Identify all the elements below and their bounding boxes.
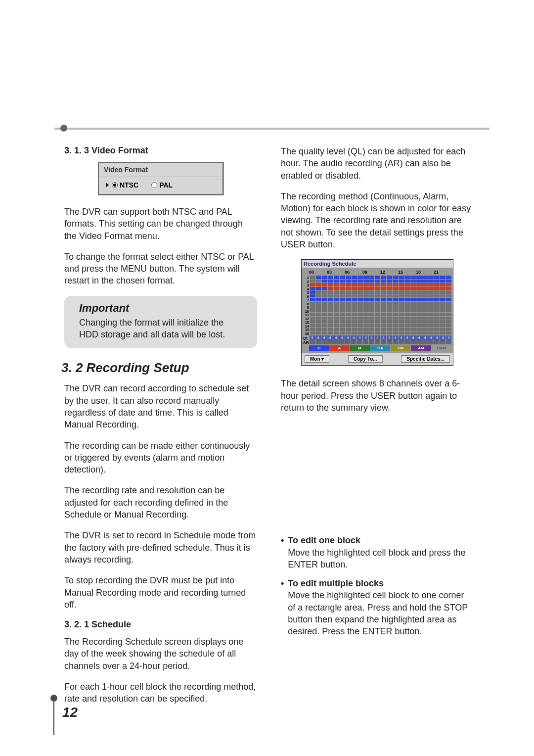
- schedule-legend: C A M CA CM AM CAM: [309, 345, 451, 351]
- radio-unselected-icon: [151, 182, 157, 188]
- legend-cm: CM: [391, 345, 410, 351]
- right-column: The quality level (QL) can be adjusted f…: [281, 145, 474, 705]
- copy-to-button[interactable]: Copy To...: [348, 355, 383, 363]
- radio-ntsc[interactable]: NTSC: [106, 181, 138, 189]
- legend-m: M: [350, 345, 370, 351]
- paragraph: The recording method (Continuous, Alarm,…: [281, 190, 474, 250]
- paragraph: The quality level (QL) can be adjusted f…: [281, 145, 474, 182]
- bullet-icon: •: [281, 534, 284, 570]
- edit-one-block-body: Move the highlighted cell block and pres…: [288, 548, 465, 569]
- paragraph: The recording can be made either continu…: [64, 440, 257, 476]
- hour-tick: 00: [309, 270, 327, 275]
- list-item: • To edit multiple blocks Move the highl…: [281, 577, 474, 637]
- edit-multi-block-title: To edit multiple blocks: [288, 578, 384, 588]
- day-dropdown[interactable]: Mon ▾: [305, 355, 329, 363]
- ar-row: AR: [303, 340, 451, 344]
- radio-ntsc-label: NTSC: [120, 181, 138, 189]
- important-note-box: Important Changing the format will initi…: [64, 296, 257, 349]
- paragraph: The recording rate and resolution can be…: [64, 484, 257, 520]
- important-note-title: Important: [79, 302, 242, 315]
- radio-selected-icon: [112, 182, 118, 188]
- heading-recording-setup: 3. 2 Recording Setup: [61, 360, 257, 376]
- left-column: 3. 1. 3 Video Format Video Format NTSC P…: [64, 145, 257, 705]
- channel-labels: 12345678910111213141516: [303, 276, 310, 335]
- two-column-layout: 3. 1. 3 Video Format Video Format NTSC P…: [64, 145, 480, 705]
- ar-label: AR: [303, 340, 309, 345]
- edit-multi-block-body: Move the highlighted cell block to one c…: [288, 590, 468, 636]
- legend-a: A: [329, 345, 349, 351]
- video-format-box: Video Format NTSC PAL: [98, 162, 223, 195]
- list-item: • To edit one block Move the highlighted…: [281, 534, 474, 570]
- paragraph: The detail screen shows 8 channels over …: [281, 378, 474, 414]
- footer-dot-icon: [50, 695, 57, 702]
- specific-dates-button[interactable]: Specific Dates...: [401, 355, 450, 363]
- heading-video-format: 3. 1. 3 Video Format: [64, 145, 257, 156]
- hour-tick: 21: [434, 270, 451, 275]
- whitespace-gap: [281, 423, 474, 534]
- paragraph: The DVR can record according to schedule…: [64, 382, 257, 430]
- hour-tick: 18: [416, 270, 434, 275]
- hour-tick: 06: [345, 270, 362, 275]
- legend-cam: CAM: [432, 345, 451, 351]
- paragraph: The DVR can support both NTSC and PAL fo…: [64, 206, 257, 242]
- page-number: 12: [62, 705, 78, 720]
- edit-instructions-list: • To edit one block Move the highlighted…: [281, 534, 474, 637]
- schedule-grid[interactable]: [310, 276, 451, 335]
- radio-pal-label: PAL: [159, 181, 173, 189]
- bullet-icon: •: [281, 577, 284, 637]
- radio-pal[interactable]: PAL: [151, 181, 173, 189]
- ql-label: QL: [303, 336, 309, 340]
- hour-tick: 03: [327, 270, 345, 275]
- hour-tick: 15: [398, 270, 416, 275]
- paragraph: The DVR is set to record in Schedule mod…: [64, 529, 257, 566]
- ar-cells: [310, 340, 451, 344]
- schedule-hour-ticks: 00 03 06 09 12 15 18 21: [309, 270, 451, 275]
- heading-schedule: 3. 2. 1 Schedule: [64, 619, 257, 630]
- legend-c: C: [309, 345, 329, 351]
- recording-schedule-screenshot: Recording Schedule 00 03 06 09 12 15 18 …: [301, 259, 453, 366]
- hour-tick: 09: [362, 270, 380, 275]
- important-note-body: Changing the format will initialize the …: [79, 317, 242, 341]
- schedule-button-row: Mon ▾ Copy To... Specific Dates...: [302, 353, 453, 365]
- recording-schedule-body: 00 03 06 09 12 15 18 21 1234567891011121…: [302, 268, 453, 353]
- document-page: 3. 1. 3 Video Format Video Format NTSC P…: [0, 0, 534, 756]
- legend-ca: CA: [370, 345, 390, 351]
- paragraph: To change the format select either NTSC …: [64, 251, 257, 287]
- recording-schedule-title: Recording Schedule: [302, 260, 453, 268]
- video-format-box-title: Video Format: [99, 163, 222, 177]
- legend-am: AM: [411, 345, 431, 351]
- ql-cells: 444444444444444444444444: [310, 335, 451, 340]
- header-rule: [54, 128, 490, 130]
- paragraph: To stop recording the DVR must be put in…: [64, 574, 257, 611]
- ql-row: QL 444444444444444444444444: [303, 335, 451, 340]
- video-format-options: NTSC PAL: [99, 177, 222, 194]
- footer-rule-icon: [53, 702, 54, 735]
- edit-one-block-title: To edit one block: [288, 535, 360, 545]
- header-dot-icon: [60, 125, 67, 132]
- hour-tick: 12: [380, 270, 398, 275]
- schedule-grid-area: 12345678910111213141516: [303, 276, 451, 335]
- selection-cursor-icon: [106, 183, 109, 188]
- paragraph: The Recording Schedule screen displays o…: [64, 636, 257, 672]
- day-dropdown-label: Mon: [310, 356, 320, 362]
- paragraph: For each 1-hour cell block the recording…: [64, 681, 257, 705]
